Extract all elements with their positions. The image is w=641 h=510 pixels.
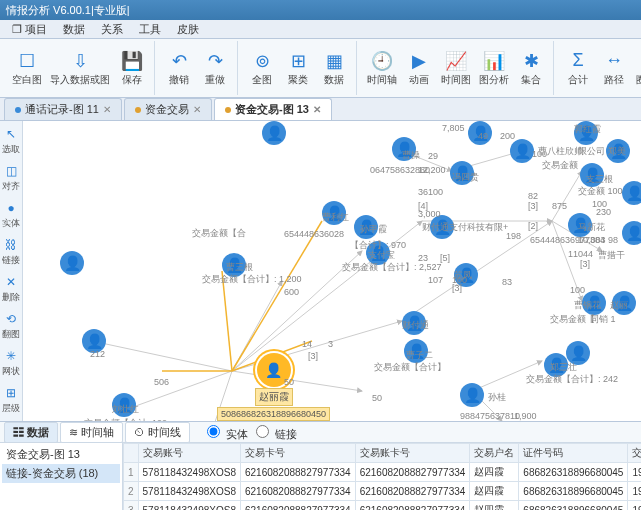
menu-工具[interactable]: 工具 (131, 20, 169, 39)
tab-资金交易[interactable]: 资金交易✕ (124, 98, 212, 120)
graph-label: 230 (596, 207, 611, 217)
graph-label: 赵丽 (610, 299, 628, 312)
graph-label: 曹八柱欣帅 (538, 145, 583, 158)
graph-label: 曹钢花 (574, 299, 601, 312)
tool-路径[interactable]: ↔路径 (596, 48, 632, 89)
col-header[interactable]: 交易户名 (470, 444, 519, 463)
tool-时间轴[interactable]: 🕘时间轴 (363, 48, 401, 89)
tool-导入数据或图[interactable]: ⇩导入数据或图 (46, 48, 114, 89)
tool-动画[interactable]: ▶动画 (401, 48, 437, 89)
graph-node[interactable]: 👤 (622, 221, 641, 245)
graph-label: 交易金额 (542, 159, 578, 172)
tree-item[interactable]: 资金交易-图 13 (2, 445, 120, 464)
dock-选取[interactable]: ↖ (2, 125, 20, 143)
col-header[interactable]: 交易账号 (138, 444, 240, 463)
graph-label: 交易金额【合计】: 242 (526, 373, 618, 386)
close-icon[interactable]: ✕ (313, 104, 321, 115)
graph-canvas[interactable]: 👤 赵丽霞 508686826318896680450 交易金额【合计】: 24… (22, 121, 641, 421)
table-row[interactable]: 3578118432498XOS862160820888279773346216… (124, 501, 642, 511)
graph-label: 刘壮红 (112, 403, 139, 416)
tool-聚类[interactable]: ⊞聚类 (280, 48, 316, 89)
graph-node[interactable]: 👤 (622, 181, 641, 205)
close-icon[interactable]: ✕ (193, 104, 201, 115)
col-header[interactable]: 交易时间 (628, 444, 641, 463)
close-icon[interactable]: ✕ (103, 104, 111, 115)
graph-label: 988475637810 (460, 411, 520, 421)
table-row[interactable]: 1578118432498XOS862160820888279773346216… (124, 463, 642, 482)
menu-关系[interactable]: 关系 (93, 20, 131, 39)
tool-空白图[interactable]: ☐空白图 (8, 48, 46, 89)
dock-对齐[interactable]: ◫ (2, 162, 20, 180)
graph-label: [5] (440, 253, 450, 263)
tool-数据[interactable]: ▦数据 (316, 48, 352, 89)
radio-链接[interactable]: 链接 (251, 428, 297, 440)
tab-通话记录-图 11[interactable]: 通话记录-图 11✕ (4, 98, 122, 120)
graph-label: 交易金额【 (550, 313, 595, 326)
dock-网状[interactable]: ✳ (2, 347, 20, 365)
dock-实体[interactable]: ● (2, 199, 20, 217)
合计-icon: Σ (567, 50, 589, 72)
graph-node-center[interactable]: 👤 赵丽霞 508686826318896680450 交易金额【合计】: 24… (217, 353, 330, 421)
动画-icon: ▶ (408, 50, 430, 72)
menu-皮肤[interactable]: 皮肤 (169, 20, 207, 39)
tab-资金交易-图 13[interactable]: 资金交易-图 13✕ (214, 98, 332, 120)
graph-label: [3] (452, 283, 462, 293)
重做-icon: ↷ (204, 50, 226, 72)
bottom-tabs: ☷ 数据≋ 时间轴⏲ 时间线 实体 链接 (0, 422, 641, 443)
tool-撤销[interactable]: ↶撤销 (161, 48, 197, 89)
tool-全图[interactable]: ⊚全图 (244, 48, 280, 89)
col-header[interactable]: 证件号码 (519, 444, 628, 463)
graph-label: [2] (528, 221, 538, 231)
dock-翻图[interactable]: ⟲ (2, 310, 20, 328)
graph-node[interactable]: 👤 (510, 139, 534, 163)
tool-图分析[interactable]: 📊图分析 (475, 48, 513, 89)
graph-label: 3,000 (418, 209, 441, 219)
btab-数据[interactable]: ☷ 数据 (4, 422, 58, 443)
btab-时间轴[interactable]: ≋ 时间轴 (60, 422, 123, 443)
tool-集合[interactable]: ✱集合 (513, 48, 549, 89)
btab-时间线[interactable]: ⏲ 时间线 (125, 422, 190, 443)
tool-重做[interactable]: ↷重做 (197, 48, 233, 89)
dock-链接[interactable]: ⛓ (2, 236, 20, 254)
时间图-icon: 📈 (445, 50, 467, 72)
graph-label: 12,200 (418, 165, 446, 175)
table-row[interactable]: 2578118432498XOS862160820888279773346216… (124, 482, 642, 501)
graph-label: 交易金额【合计】: 1,200 (202, 273, 302, 286)
tree-item[interactable]: 链接-资金交易 (18) (2, 464, 120, 483)
tool-时间图[interactable]: 📈时间图 (437, 48, 475, 89)
graph-label: 孙甲霞 (360, 223, 387, 236)
graph-node[interactable]: 👤 (460, 383, 484, 407)
col-header[interactable]: 交易卡号 (240, 444, 355, 463)
data-grid[interactable]: 交易账号交易卡号交易账卡号交易户名证件号码交易时间交易金额交易余额转入账号157… (123, 443, 641, 510)
graph-node[interactable]: 👤 (60, 251, 84, 275)
graph-node[interactable]: 👤 (262, 121, 286, 145)
col-header[interactable] (124, 444, 139, 463)
graph-label: 郑美 (608, 145, 626, 158)
graph-label: [3] (528, 201, 538, 211)
menu-bar: ❐ 项目数据关系工具皮肤 (0, 20, 641, 39)
person-icon: 👤 (60, 251, 84, 275)
menu-数据[interactable]: 数据 (55, 20, 93, 39)
main-toolbar: ☐空白图⇩导入数据或图💾保存↶撤销↷重做⊚全图⊞聚类▦数据🕘时间轴▶动画📈时间图… (0, 39, 641, 98)
menu-项目[interactable]: ❐ 项目 (4, 20, 55, 39)
dock-层级[interactable]: ⊞ (2, 384, 20, 402)
radio-实体[interactable]: 实体 (202, 428, 248, 440)
tool-圈线种[interactable]: ◎圈线种 (632, 48, 641, 89)
graph-label: 50 (284, 377, 294, 387)
集合-icon: ✱ (520, 50, 542, 72)
layer-tree: 资金交易-图 13链接-资金交易 (18) (0, 443, 123, 510)
col-header[interactable]: 交易账卡号 (355, 444, 470, 463)
graph-label: 49 (478, 131, 488, 141)
dock-删除[interactable]: ✕ (2, 273, 20, 291)
graph-label: [3] (308, 351, 318, 361)
全图-icon: ⊚ (251, 50, 273, 72)
person-icon: 👤 (622, 221, 641, 245)
graph-label: 875 (552, 201, 567, 211)
数据-icon: ▦ (323, 50, 345, 72)
title-bar: 情报分析 V6.00.1|专业版| (0, 0, 641, 20)
graph-label: 7,805 (442, 123, 465, 133)
left-tool-dock: ↖选取◫对齐●实体⛓链接✕删除⟲翻图✳网状⊞层级≡行列◇环形⊡块 (0, 121, 23, 421)
tool-保存[interactable]: 💾保存 (114, 48, 150, 89)
保存-icon: 💾 (121, 50, 143, 72)
tool-合计[interactable]: Σ合计 (560, 48, 596, 89)
